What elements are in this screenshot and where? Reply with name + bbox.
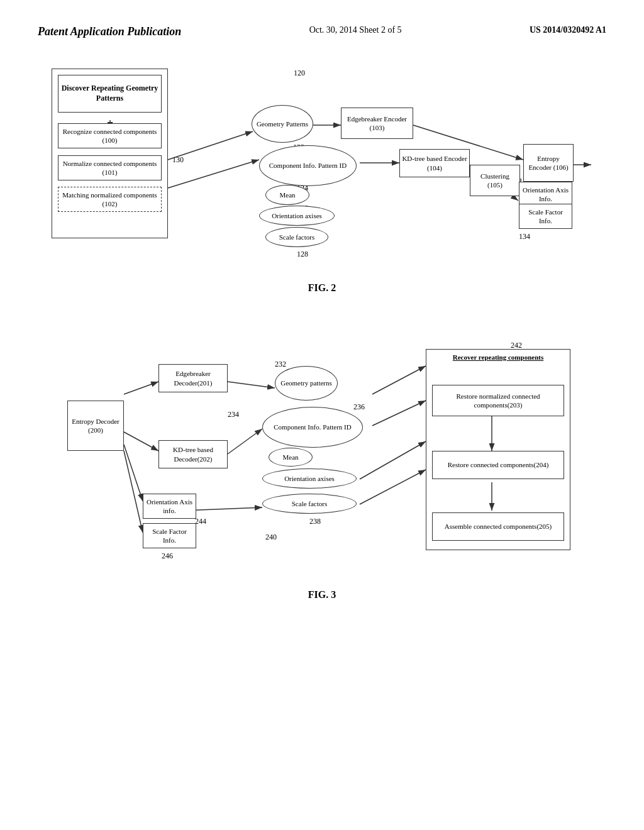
orientation-oval-3: Orientation axises <box>262 468 357 489</box>
orientation-info-box: Orientation Axis Info. <box>519 182 572 207</box>
scale-info-box: Scale Factor Info. <box>519 204 572 229</box>
fig2-section: 120 Discover Repeating Geometry Patterns… <box>38 62 606 294</box>
normalize-box: Normalize connected components (101) <box>58 155 162 180</box>
discover-box: Discover Repeating Geometry Patterns <box>58 75 162 113</box>
assemble-box: Assemble connected components(205) <box>432 512 564 541</box>
recognize-box: Recognize connected components (100) <box>58 123 162 148</box>
label-134: 134 <box>519 232 530 241</box>
label-246: 246 <box>162 551 173 561</box>
edgebreaker-dec-box: Edgebreaker Decoder(201) <box>158 364 228 392</box>
label-130: 130 <box>172 155 184 165</box>
svg-line-19 <box>124 445 143 501</box>
label-244: 244 <box>195 517 206 526</box>
component-info-oval: Component Info. Pattern ID <box>259 145 357 186</box>
label-234: 234 <box>228 410 239 419</box>
svg-line-22 <box>228 429 262 454</box>
svg-line-28 <box>360 470 426 504</box>
fig2-label: FIG. 2 <box>38 282 606 294</box>
svg-line-18 <box>124 432 158 451</box>
entropy-decoder-box: Entropy Decoder (200) <box>67 401 124 451</box>
label-236: 236 <box>353 402 365 412</box>
patent-number: US 2014/0320492 A1 <box>530 25 606 35</box>
sheet-info: Oct. 30, 2014 Sheet 2 of 5 <box>309 25 402 35</box>
fig2-diagram: 120 Discover Repeating Geometry Patterns… <box>52 62 592 276</box>
label-232: 232 <box>275 360 286 369</box>
kdtree-box: KD-tree based Encoder (104) <box>399 149 470 177</box>
mean-oval-3: Mean <box>269 448 313 467</box>
recover-label: Recover repeating components <box>432 353 564 361</box>
orientation-oval: Orientation axises <box>259 206 335 226</box>
publication-title: Patent Application Publication <box>38 25 181 38</box>
svg-line-29 <box>360 441 426 479</box>
clustering-box: Clustering (105) <box>470 165 520 196</box>
page: Patent Application Publication Oct. 30, … <box>0 0 644 830</box>
svg-line-25 <box>372 401 426 426</box>
mean-oval: Mean <box>265 185 309 205</box>
geometry-patterns-oval: Geometry Patterns <box>252 105 313 143</box>
svg-line-20 <box>124 451 143 533</box>
page-header: Patent Application Publication Oct. 30, … <box>38 25 606 43</box>
geo-patterns-oval-3: Geometry patterns <box>275 366 338 401</box>
entropy-encoder-box: Entropy Encoder (106) <box>523 144 574 182</box>
component-info-oval-3: Component Info. Pattern ID <box>262 407 363 448</box>
label-238: 238 <box>309 517 321 526</box>
fig3-section: 242 Entropy Decoder (200) Edgebreaker De… <box>38 319 606 600</box>
fig3-diagram: 242 Entropy Decoder (200) Edgebreaker De… <box>52 319 592 583</box>
scale-oval: Scale factors <box>265 227 328 247</box>
scale-factors-oval-3: Scale factors <box>262 494 357 514</box>
restore-normalized-box: Restore normalized connected components(… <box>432 385 564 416</box>
edgebreaker-box: Edgebreaker Encoder (103) <box>341 108 413 139</box>
svg-line-21 <box>228 382 275 388</box>
orientation-axis-box: Orientation Axis info. <box>143 494 196 519</box>
matching-box: Matching normalized components (102) <box>58 187 162 212</box>
label-240: 240 <box>265 533 277 542</box>
label-120: 120 <box>294 69 305 78</box>
svg-line-17 <box>124 382 158 394</box>
fig3-label: FIG. 3 <box>38 589 606 600</box>
label-128: 128 <box>297 250 308 259</box>
scale-factor-box: Scale Factor Info. <box>143 523 196 548</box>
kdtree-dec-box: KD-tree based Decoder(202) <box>158 440 228 468</box>
restore-connected-box: Restore connected components(204) <box>432 451 564 479</box>
svg-line-24 <box>372 366 426 394</box>
